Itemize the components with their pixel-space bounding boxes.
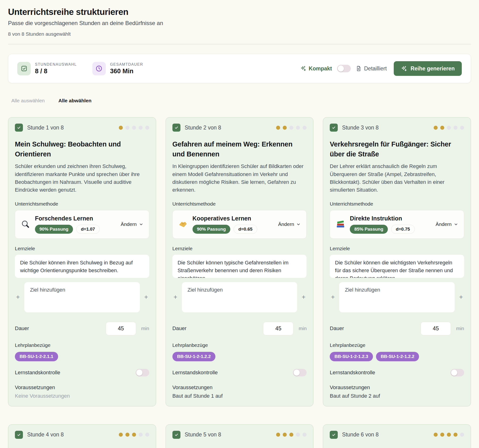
change-method-button[interactable]: Ändern bbox=[278, 221, 301, 227]
lesson-title: Verkehrszeichen verstehen: Was bedeuten … bbox=[15, 446, 149, 448]
match-badge: 85% Passung bbox=[350, 225, 388, 234]
select-all-link[interactable]: Alle auswählen bbox=[11, 98, 45, 103]
chevron-down-icon bbox=[296, 222, 301, 227]
clock-icon bbox=[92, 62, 106, 75]
progress-dot-filled bbox=[434, 126, 438, 130]
prerequisites-value: Keine Voraussetzungen bbox=[15, 393, 149, 399]
toggle-knob bbox=[136, 369, 142, 376]
checkbox-icon bbox=[17, 62, 31, 75]
lesson-card-header: Stunde 3 von 8 bbox=[330, 124, 464, 132]
lesson-card: Stunde 6 von 8 Richtiges Verhalten als R… bbox=[323, 424, 471, 448]
lesson-card-header: Stunde 4 von 8 bbox=[15, 431, 149, 439]
kompakt-mode-label[interactable]: Kompakt bbox=[300, 66, 332, 72]
lesson-checkbox[interactable] bbox=[330, 431, 338, 439]
add-goal-left-button[interactable]: + bbox=[15, 294, 21, 300]
curriculum-ref-badge: BB-SU-1-2-1.2.2 bbox=[376, 352, 419, 361]
lesson-card: Stunde 4 von 8 Verkehrszeichen verstehen… bbox=[8, 424, 156, 448]
duration-row: Dauer min bbox=[15, 322, 149, 335]
lesson-checkbox[interactable] bbox=[15, 124, 23, 132]
change-method-button[interactable]: Ändern bbox=[121, 221, 143, 227]
toggle-knob bbox=[338, 66, 344, 72]
progress-dot-empty bbox=[139, 126, 143, 130]
method-section-label: Unterrichtsmethode bbox=[330, 201, 464, 207]
assessment-label: Lernstandskontrolle bbox=[173, 369, 218, 376]
goal-textarea[interactable]: Die Schüler können die wichtigsten Verke… bbox=[330, 255, 464, 278]
prerequisites-label: Voraussetzungen bbox=[330, 384, 464, 391]
lesson-checkbox[interactable] bbox=[15, 431, 23, 439]
progress-dots bbox=[276, 433, 306, 437]
change-method-button[interactable]: Ändern bbox=[436, 221, 458, 227]
add-goal-input[interactable]: Ziel hinzufügen bbox=[24, 282, 140, 312]
view-mode-toggle[interactable] bbox=[337, 65, 351, 72]
progress-dot-empty bbox=[460, 433, 464, 437]
add-goal-row: + Ziel hinzufügen + bbox=[330, 282, 464, 312]
method-box: Direkte Instruktion 85% Passung d=0.75 Ä… bbox=[330, 210, 464, 239]
goal-textarea[interactable]: Die Schüler können typische Gefahrenstel… bbox=[173, 255, 307, 278]
duration-input[interactable] bbox=[263, 322, 293, 335]
add-goal-input[interactable]: Ziel hinzufügen bbox=[339, 282, 455, 312]
document-icon bbox=[355, 66, 362, 72]
curriculum-ref-badge: BB-SU-1-2-2.1.1 bbox=[15, 352, 58, 361]
progress-dots bbox=[434, 433, 464, 437]
lesson-card: Stunde 1 von 8 Mein Schulweg: Beobachten… bbox=[8, 117, 156, 406]
progress-dot-filled bbox=[119, 433, 123, 437]
metric-gesamtdauer: GESAMTDAUER 360 Min bbox=[92, 62, 143, 75]
lesson-number-label: Stunde 4 von 8 bbox=[27, 431, 64, 438]
progress-dot-empty bbox=[296, 433, 300, 437]
effect-size-badge: d=1.07 bbox=[76, 225, 100, 234]
curriculum-badges: BB-SU-1-2-2.1.1 bbox=[15, 352, 149, 361]
toggle-knob bbox=[451, 369, 457, 376]
sparkles-icon bbox=[401, 66, 407, 72]
add-goal-row: + Ziel hinzufügen + bbox=[173, 282, 307, 312]
lesson-card-header: Stunde 2 von 8 bbox=[173, 124, 307, 132]
effect-size-badge: d=0.75 bbox=[391, 225, 415, 234]
lesson-description: Schüler erkunden und zeichnen ihren Schu… bbox=[15, 162, 149, 194]
duration-row: Dauer min bbox=[173, 322, 307, 335]
detailliert-mode-label[interactable]: Detailliert bbox=[355, 66, 387, 72]
assessment-label: Lernstandskontrolle bbox=[330, 369, 375, 376]
lesson-checkbox[interactable] bbox=[173, 124, 180, 132]
assessment-toggle[interactable] bbox=[136, 369, 149, 376]
progress-dot-filled bbox=[276, 126, 280, 130]
progress-dot-empty bbox=[139, 433, 143, 437]
assessment-row: Lernstandskontrolle bbox=[330, 369, 464, 376]
metric-stundenauswahl: STUNDENAUSWAHL 8 / 8 bbox=[17, 62, 77, 75]
add-goal-left-button[interactable]: + bbox=[330, 294, 336, 300]
progress-dot-filled bbox=[119, 126, 123, 130]
curriculum-section-label: Lehrplanbezüge bbox=[15, 342, 149, 348]
lesson-card-header: Stunde 1 von 8 bbox=[15, 124, 149, 132]
add-goal-right-button[interactable]: + bbox=[458, 294, 464, 300]
lesson-checkbox[interactable] bbox=[330, 124, 338, 132]
lesson-card: Stunde 3 von 8 Verkehrsregeln für Fußgän… bbox=[323, 117, 471, 406]
lesson-description: Der Lehrer erklärt anschaulich die Regel… bbox=[330, 162, 464, 194]
progress-dot-empty bbox=[132, 126, 136, 130]
progress-dot-empty bbox=[126, 126, 129, 130]
method-name: Direkte Instruktion bbox=[350, 215, 432, 222]
lesson-checkbox[interactable] bbox=[173, 431, 180, 439]
toggle-knob bbox=[293, 369, 300, 376]
deselect-all-link[interactable]: Alle abwählen bbox=[58, 98, 91, 103]
curriculum-section-label: Lehrplanbezüge bbox=[330, 342, 464, 348]
generate-series-button[interactable]: Reihe generieren bbox=[394, 61, 462, 76]
lesson-title: Verkehrsregeln für Fußgänger: Sicher übe… bbox=[330, 139, 464, 159]
duration-input[interactable] bbox=[421, 322, 451, 335]
add-goal-right-button[interactable]: + bbox=[300, 294, 306, 300]
bulk-actions: Alle auswählen Alle abwählen bbox=[8, 98, 471, 103]
add-goal-left-button[interactable]: + bbox=[173, 294, 179, 300]
add-goal-input[interactable]: Ziel hinzufügen bbox=[182, 282, 297, 312]
lesson-title: Mein Schulweg: Beobachten und Orientiere… bbox=[15, 139, 149, 159]
add-goal-right-button[interactable]: + bbox=[143, 294, 149, 300]
goal-textarea[interactable]: Die Schüler können ihren Schulweg in Bez… bbox=[15, 255, 149, 278]
sparkles-icon bbox=[300, 66, 306, 72]
duration-label: Dauer bbox=[173, 325, 186, 332]
lesson-number-label: Stunde 1 von 8 bbox=[27, 125, 64, 131]
lesson-number-label: Stunde 5 von 8 bbox=[185, 431, 221, 438]
duration-input[interactable] bbox=[106, 322, 136, 335]
progress-dot-filled bbox=[283, 126, 287, 130]
method-section-label: Unterrichtsmethode bbox=[15, 201, 149, 207]
assessment-toggle[interactable] bbox=[293, 369, 306, 376]
assessment-toggle[interactable] bbox=[450, 369, 464, 376]
method-section-label: Unterrichtsmethode bbox=[173, 201, 307, 207]
chevron-down-icon bbox=[454, 222, 458, 227]
divider bbox=[8, 44, 471, 44]
